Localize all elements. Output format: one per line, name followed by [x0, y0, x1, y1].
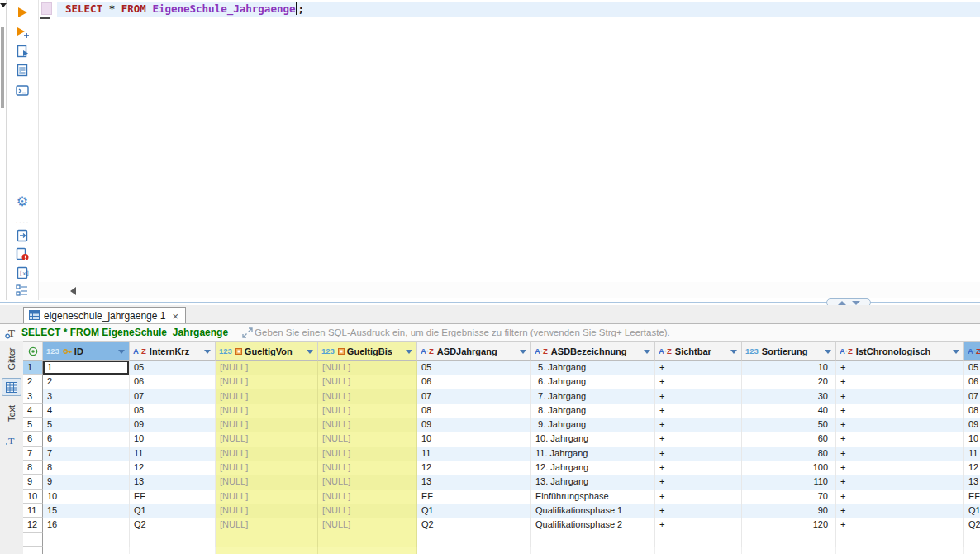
- grid-cell[interactable]: 50: [742, 418, 836, 432]
- result-tab[interactable]: eigeneschule_jahrgaenge 1 ×: [23, 307, 186, 324]
- filter-query-text[interactable]: SELECT * FROM EigeneSchule_Jahrgaenge: [21, 327, 228, 338]
- grid-cell[interactable]: [655, 533, 742, 547]
- grid-cell[interactable]: [NULL]: [318, 432, 417, 446]
- grid-cell[interactable]: Q2: [130, 518, 216, 532]
- grid-cell[interactable]: 08: [130, 404, 216, 418]
- row-number[interactable]: 10: [23, 490, 43, 504]
- grid-cell[interactable]: +: [836, 447, 964, 461]
- row-number[interactable]: [23, 533, 43, 547]
- outline-icon[interactable]: [14, 282, 31, 298]
- row-number[interactable]: 7: [23, 447, 43, 461]
- grid-cell[interactable]: 90: [742, 504, 836, 518]
- expand-arrows-icon[interactable]: [240, 327, 255, 338]
- grid-cell[interactable]: Q1: [130, 504, 216, 518]
- grid-cell[interactable]: +: [655, 404, 742, 418]
- grid-cell[interactable]: [NULL]: [318, 518, 417, 532]
- grid-cell[interactable]: [318, 533, 417, 547]
- row-number[interactable]: 2: [23, 375, 43, 389]
- row-number[interactable]: 11: [23, 504, 43, 518]
- grid-cell[interactable]: Q1: [964, 504, 980, 518]
- column-header-sortierung[interactable]: 123Sortierung: [742, 341, 836, 361]
- grid-cell[interactable]: [NULL]: [216, 404, 318, 418]
- column-header-asdjahrgang[interactable]: A·ZASDJahrgang: [417, 341, 531, 361]
- grid-cell[interactable]: 09: [964, 418, 980, 432]
- chevron-down-icon[interactable]: [204, 350, 211, 354]
- grid-cell[interactable]: [NULL]: [318, 475, 417, 489]
- result-filter-bar[interactable]: T SELECT * FROM EigeneSchule_Jahrgaenge …: [0, 323, 980, 341]
- grid-cell[interactable]: 30: [742, 389, 836, 404]
- grid-cell[interactable]: Einführungsphase: [531, 490, 655, 504]
- grid-cell[interactable]: [NULL]: [318, 375, 417, 389]
- column-header-istchronologisch[interactable]: A·ZIstChronologisch: [836, 341, 964, 361]
- grid-cell[interactable]: [43, 533, 130, 547]
- sql-console-icon[interactable]: [14, 82, 31, 98]
- grid-cell[interactable]: 20: [742, 375, 836, 389]
- settings-gear-icon[interactable]: ⚙: [14, 193, 31, 210]
- grid-cell[interactable]: Qualifikationsphase 2: [531, 518, 655, 532]
- grid-cell[interactable]: 110: [742, 475, 836, 489]
- column-header-id[interactable]: 123ID: [43, 341, 130, 361]
- grid-cell[interactable]: 05: [417, 361, 531, 375]
- row-number[interactable]: 1: [23, 361, 43, 375]
- grid-cell[interactable]: 6. Jahrgang: [531, 375, 655, 389]
- column-header-asdbezeichnung[interactable]: A·ZASDBezeichnung: [531, 341, 655, 361]
- grid-cell[interactable]: 9: [43, 475, 130, 489]
- grid-cell[interactable]: [964, 533, 980, 547]
- vertical-scrollbar-thumb[interactable]: [1, 27, 4, 108]
- grid-cell[interactable]: 5: [43, 418, 130, 432]
- row-number[interactable]: 3: [23, 389, 43, 404]
- grid-cell[interactable]: 16: [43, 518, 130, 532]
- grid-cell[interactable]: [531, 533, 655, 547]
- chevron-down-icon[interactable]: [520, 350, 526, 354]
- grid-cell[interactable]: 10: [742, 361, 836, 375]
- grid-cell[interactable]: 15: [43, 504, 130, 518]
- grid-cell[interactable]: 12: [964, 461, 980, 475]
- grid-cell[interactable]: +: [655, 432, 742, 446]
- grid-cell[interactable]: 100: [742, 461, 836, 475]
- grid-cell[interactable]: 10: [964, 432, 980, 446]
- grid-cell[interactable]: 09: [417, 418, 531, 432]
- execute-statement-icon[interactable]: [14, 4, 31, 21]
- grid-cell[interactable]: Qualifikationsphase 1: [531, 504, 655, 518]
- grid-cell[interactable]: [NULL]: [318, 461, 417, 475]
- grid-cell[interactable]: +: [836, 404, 964, 418]
- text-presentation-icon[interactable]: T: [2, 431, 21, 449]
- sql-editor[interactable]: SELECT * FROM EigeneSchule_Jahrgaenge;: [39, 0, 980, 282]
- grid-cell[interactable]: +: [655, 461, 742, 475]
- close-icon[interactable]: ×: [172, 311, 178, 322]
- grid-cell[interactable]: [NULL]: [318, 447, 417, 461]
- grid-cell[interactable]: 11: [964, 447, 980, 461]
- grid-cell[interactable]: [NULL]: [216, 461, 318, 475]
- grid-cell[interactable]: 3: [43, 389, 130, 404]
- grid-cell[interactable]: 6: [43, 432, 130, 446]
- grid-cell[interactable]: 7: [43, 447, 130, 461]
- sql-statement[interactable]: SELECT * FROM EigeneSchule_Jahrgaenge;: [65, 2, 304, 15]
- grid-cell[interactable]: 05: [130, 361, 216, 375]
- grid-cell[interactable]: 8. Jahrgang: [531, 404, 655, 418]
- filter-placeholder[interactable]: Geben Sie einen SQL-Ausdruck ein, um die…: [255, 327, 670, 337]
- grid-cell[interactable]: 10: [417, 432, 531, 446]
- select-all-corner[interactable]: [23, 341, 43, 361]
- grid-cell[interactable]: +: [836, 389, 964, 404]
- grid-cell[interactable]: 06: [964, 375, 980, 389]
- grid-cell[interactable]: 120: [742, 518, 836, 532]
- grid-cell[interactable]: [NULL]: [318, 389, 417, 404]
- column-header-gueltigbis[interactable]: 123GueltigBis: [318, 341, 417, 361]
- grid-cell[interactable]: +: [655, 504, 742, 518]
- grid-cell[interactable]: [742, 533, 836, 547]
- column-header-internkrz[interactable]: A·ZInternKrz: [130, 341, 216, 361]
- grid-cell[interactable]: +: [836, 504, 964, 518]
- grid-cell[interactable]: Q2: [417, 518, 531, 532]
- grid-cell[interactable]: 07: [417, 389, 531, 404]
- collapsed-panel-strip[interactable]: [0, 0, 7, 300]
- grid-cell[interactable]: 12: [130, 461, 216, 475]
- document-error-icon[interactable]: [14, 246, 31, 262]
- grid-cell[interactable]: Q2: [964, 518, 980, 532]
- row-number[interactable]: 4: [23, 404, 43, 418]
- grid-cell[interactable]: [NULL]: [216, 475, 318, 489]
- grid-cell[interactable]: [NULL]: [216, 432, 318, 446]
- grid-presentation-icon[interactable]: [2, 378, 21, 396]
- grid-cell[interactable]: +: [655, 490, 742, 504]
- presentation-label-text[interactable]: Text: [0, 398, 23, 429]
- grid-cell[interactable]: [NULL]: [216, 504, 318, 518]
